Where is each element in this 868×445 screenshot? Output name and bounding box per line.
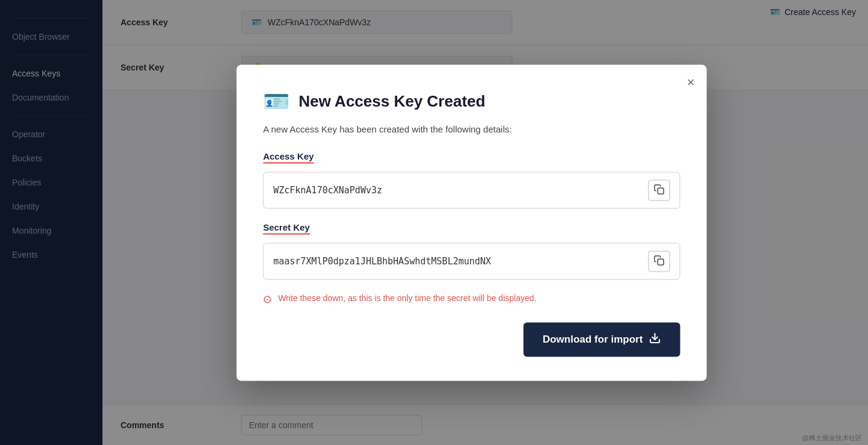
- modal-header: 🪪 New Access Key Created: [263, 89, 680, 114]
- new-access-key-modal: × 🪪 New Access Key Created A new Access …: [236, 64, 706, 381]
- svg-rect-0: [658, 188, 664, 194]
- modal-close-button[interactable]: ×: [687, 75, 695, 89]
- download-icon: [649, 332, 661, 347]
- secret-key-field-box: maasr7XMlP0dpza1JHLBhbHASwhdtMSBL2mundNX: [263, 243, 680, 279]
- access-key-field-box: WZcFknA170cXNaPdWv3z: [263, 172, 680, 208]
- secret-key-section: Secret Key maasr7XMlP0dpza1JHLBhbHASwhdt…: [263, 222, 680, 279]
- secret-key-value: maasr7XMlP0dpza1JHLBhbHASwhdtMSBL2mundNX: [273, 256, 648, 267]
- copy-secret-key-button[interactable]: [648, 251, 670, 272]
- access-key-section: Access Key WZcFknA170cXNaPdWv3z: [263, 151, 680, 208]
- warning-text: Write these down, as this is the only ti…: [278, 293, 536, 302]
- access-key-value: WZcFknA170cXNaPdWv3z: [273, 185, 648, 196]
- modal-header-icon: 🪪: [263, 89, 290, 114]
- access-key-label: Access Key: [263, 151, 313, 163]
- modal-title: New Access Key Created: [298, 92, 485, 111]
- svg-rect-1: [658, 259, 664, 265]
- copy-icon: [653, 184, 664, 194]
- warning-row: ⊙ Write these down, as this is the only …: [263, 293, 680, 305]
- download-button-label: Download for import: [542, 334, 643, 346]
- modal-subtitle: A new Access Key has been created with t…: [263, 123, 680, 134]
- copy-secret-icon: [653, 255, 664, 266]
- download-for-import-button[interactable]: Download for import: [523, 322, 680, 356]
- warning-icon: ⊙: [263, 292, 272, 305]
- copy-access-key-button[interactable]: [648, 179, 670, 201]
- secret-key-label: Secret Key: [263, 222, 310, 234]
